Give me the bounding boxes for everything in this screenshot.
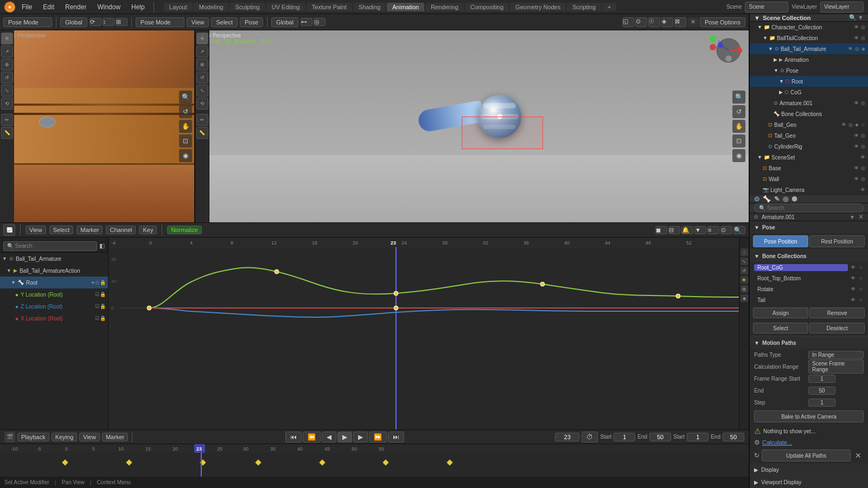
bake-camera-btn[interactable]: Bake to Active Camera xyxy=(754,410,864,422)
graph-ctrl-2[interactable]: ⊟ xyxy=(668,226,680,234)
normalize-btn[interactable]: Normalize xyxy=(167,226,202,234)
pose-options-btn[interactable]: Pose Options xyxy=(700,17,745,27)
jump-end-btn[interactable]: ⏭ xyxy=(388,432,404,442)
graph-ctrl-1[interactable]: ◼ xyxy=(655,226,667,234)
viewport-right[interactable]: User Perspective (23) Ball_Tail_Armature… xyxy=(195,30,749,222)
bcoll-root-top-star[interactable]: ☆ xyxy=(858,275,864,281)
keyframe-7[interactable] xyxy=(446,459,452,465)
collection-filter[interactable]: ▼ xyxy=(858,14,864,21)
snap-btn-2[interactable]: ◎ xyxy=(314,18,326,26)
assign-btn[interactable]: Assign xyxy=(753,307,808,318)
play-btn-main[interactable]: ▶ xyxy=(337,432,352,442)
tab-compositing[interactable]: Compositing xyxy=(465,3,509,11)
track-z-checkbox[interactable]: ☑ xyxy=(95,304,99,309)
rnav-zoom[interactable]: 🔍 xyxy=(732,91,745,104)
collection-balltail[interactable]: ▼ 📁 BallTailCollection 👁 ◎ xyxy=(750,33,868,43)
graph-tool-6[interactable]: ◈ xyxy=(741,294,748,302)
graph-search[interactable]: 🔍 xyxy=(733,226,745,234)
tool-select[interactable]: ↗ xyxy=(1,46,13,57)
rtool-annotate[interactable]: ✏ xyxy=(196,114,208,126)
deselect-btn[interactable]: Deselect xyxy=(809,323,865,333)
tailgeo-vis[interactable]: 👁 xyxy=(853,133,859,138)
display-header[interactable]: ▶ Display xyxy=(750,464,868,476)
tab-scripting[interactable]: Scripting xyxy=(567,3,601,11)
marker-label[interactable]: Marker xyxy=(102,433,128,441)
tool-transform[interactable]: ⟲ xyxy=(1,98,13,110)
playback-mode-icon[interactable]: 🎬 xyxy=(4,432,15,442)
graph-marker-btn[interactable]: Marker xyxy=(76,226,103,234)
track-ball-tail-armature[interactable]: ▼ ⊙ Ball_Tail_Armature xyxy=(0,253,108,265)
bcoll-tail-vis[interactable]: 👁 xyxy=(850,297,856,303)
nav-icon-ortho[interactable]: ⊡ xyxy=(179,134,192,147)
frame-end-input[interactable] xyxy=(808,387,835,395)
track-x-lock[interactable]: 🔒 xyxy=(100,316,106,321)
prev-frame-btn[interactable]: ⏪ xyxy=(303,432,321,442)
collection-light-camera[interactable]: 📷 Light_Camera 👁 xyxy=(750,184,868,195)
nav-icon-rotate[interactable]: ↺ xyxy=(179,105,192,118)
arm001-vis[interactable]: 👁 xyxy=(853,100,859,106)
rtool-select[interactable]: ↗ xyxy=(196,46,208,57)
select-btn[interactable]: Select xyxy=(753,323,808,333)
tool-cursor[interactable]: ✛ xyxy=(1,33,13,44)
menu-edit[interactable]: Edit xyxy=(39,2,59,12)
collection-cog[interactable]: ▶ ⬡ CoG xyxy=(750,87,868,98)
keyframe-6[interactable] xyxy=(382,459,388,465)
next-frame-btn[interactable]: ⏩ xyxy=(369,432,387,442)
view-btn[interactable]: View xyxy=(187,17,209,27)
nav-icon-zoom[interactable]: 🔍 xyxy=(179,91,192,104)
bone-coll-tail[interactable]: Tail 👁 ☆ xyxy=(750,294,868,305)
remove-btn[interactable]: Remove xyxy=(809,307,865,318)
tab-sculpting[interactable]: Sculpting xyxy=(229,3,265,11)
step-input[interactable] xyxy=(808,399,835,407)
viewport-icon-4[interactable]: ◈ xyxy=(661,17,673,27)
pose-btn[interactable]: Pose xyxy=(240,17,263,27)
bone-coll-root-top[interactable]: Root_Top_Bottom 👁 ☆ xyxy=(750,273,868,284)
track-x-checkbox[interactable]: ☑ xyxy=(95,316,99,321)
keyframe-5[interactable] xyxy=(319,459,325,465)
graph-select-btn[interactable]: Select xyxy=(49,226,74,234)
viewport-icon-5[interactable]: ⊠ xyxy=(674,17,686,27)
track-root[interactable]: ▼ 🦴 Root ● ◎ 🔒 xyxy=(0,277,108,288)
calc-range-value[interactable]: Scene Frame Range xyxy=(808,359,864,374)
graph-tool-2[interactable]: ⤡ xyxy=(741,258,748,265)
base-vis[interactable]: 👁 xyxy=(853,165,859,171)
collection-bone-coll[interactable]: 🦴 Bone Collections xyxy=(750,108,868,119)
rtool-move[interactable]: ⊕ xyxy=(196,59,208,70)
bottom-timeline[interactable]: -10 -5 0 5 10 15 20 23 25 30 35 40 45 50 xyxy=(0,444,749,476)
scene-collection-header[interactable]: ▼ Scene Collection 🔍 ▼ xyxy=(750,14,868,22)
nav-icon-pan[interactable]: ✋ xyxy=(179,120,192,133)
track-y-lock[interactable]: 🔒 xyxy=(100,292,106,297)
collection-character[interactable]: ▼ 📁 Character_Collection 👁 ◎ xyxy=(750,22,868,33)
rnav-pan[interactable]: ✋ xyxy=(732,120,745,133)
close-motion-paths-btn[interactable]: ✕ xyxy=(853,450,864,461)
prev-keyframe-btn[interactable]: ◀ xyxy=(322,432,336,442)
coll-bt-vis[interactable]: 👁 xyxy=(853,35,859,41)
collection-sceneset[interactable]: ▼ 📁 SceneSet 👁 xyxy=(750,152,868,163)
track-y-checkbox[interactable]: ☑ xyxy=(95,292,99,297)
graph-ctrl-3[interactable]: 🔔 xyxy=(681,226,693,234)
bone-collections-header[interactable]: ▼ Bone Collections xyxy=(750,250,868,262)
viewport-left[interactable]: User Perspective ✛ ↗ ⊕ ↺ ⤡ ⟲ ✏ 📏 xyxy=(0,30,195,222)
keyframe-2[interactable] xyxy=(126,459,132,465)
graph-ctrl-6[interactable]: ⊙ xyxy=(720,226,732,234)
graph-tool-1[interactable]: ↕ xyxy=(741,248,748,256)
snap-btn-1[interactable]: ⊷ xyxy=(301,18,312,26)
collection-armature[interactable]: ▼ ⊙ Ball_Tail_Armature 👁 ◎ ◈ xyxy=(750,43,868,54)
tab-texture-paint[interactable]: Texture Paint xyxy=(307,3,352,11)
tool-scale[interactable]: ⤡ xyxy=(1,85,13,97)
viewport-icon-1[interactable]: ◱ xyxy=(622,17,634,27)
collection-base[interactable]: ⊡ Base 👁 ◎ xyxy=(750,163,868,174)
timeline-track-area[interactable] xyxy=(0,453,749,477)
rnav-local[interactable]: ◉ xyxy=(732,149,745,162)
coll-arm-vis[interactable]: 👁 xyxy=(847,46,853,52)
menu-window[interactable]: Window xyxy=(93,2,125,12)
viewport-display-header[interactable]: ▶ Viewport Display xyxy=(750,476,868,488)
tab-add[interactable]: + xyxy=(602,3,616,11)
bcoll-root-cog-star[interactable]: ☆ xyxy=(858,265,864,270)
collection-root[interactable]: ▼ ⬡ Root xyxy=(750,76,868,87)
calculate-btn[interactable]: Calculate... xyxy=(762,439,792,446)
cylrig-render[interactable]: ◎ xyxy=(860,144,866,149)
track-vis-1[interactable]: ● xyxy=(92,280,94,285)
graph-view-btn[interactable]: View xyxy=(25,226,46,234)
tool-annotate[interactable]: ✏ xyxy=(1,114,13,126)
